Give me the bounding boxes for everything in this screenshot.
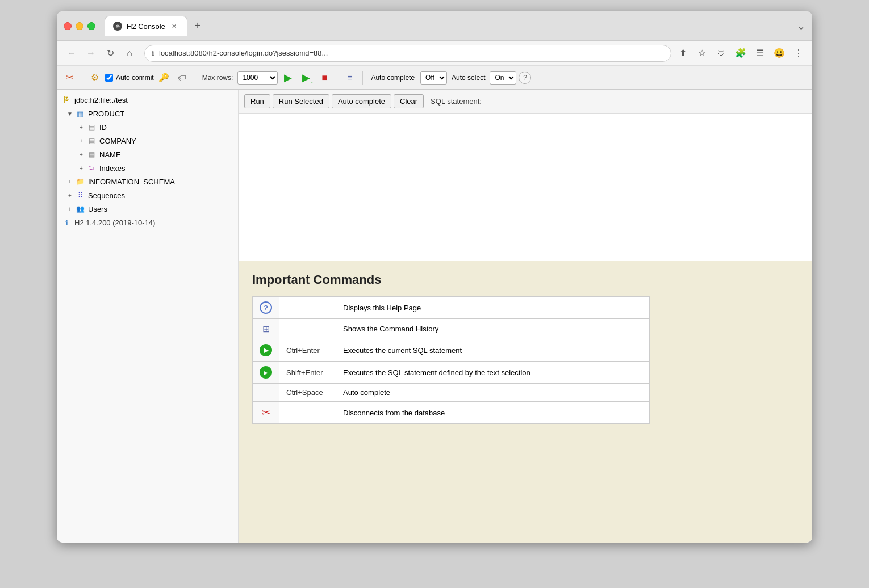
app-area: 🗄 jdbc:h2:file:./test ▼ ▦ PRODUCT + ▤ ID… xyxy=(57,90,812,543)
new-tab-button[interactable]: + xyxy=(190,18,206,34)
sidebar-button[interactable]: ☰ xyxy=(752,45,768,61)
run-button[interactable]: Run xyxy=(244,94,270,108)
auto-commit-checkbox[interactable] xyxy=(105,74,113,82)
max-rows-select[interactable]: 100 1000 10000 100000 xyxy=(237,71,278,85)
table-row: ▶ Ctrl+Enter Executes the current SQL st… xyxy=(253,339,650,362)
sidebar: 🗄 jdbc:h2:file:./test ▼ ▦ PRODUCT + ▤ ID… xyxy=(57,90,239,543)
users-label: Users xyxy=(88,205,107,213)
expand-name-icon[interactable]: + xyxy=(77,150,85,158)
expand-company-icon[interactable]: + xyxy=(77,137,85,145)
auto-select-select[interactable]: On Off xyxy=(490,71,516,85)
auto-select-toolbar-label: Auto select xyxy=(452,74,485,82)
sidebar-item-id-column[interactable]: + ▤ ID xyxy=(57,120,238,134)
sql-statement-label: SQL statement: xyxy=(431,97,482,106)
tab-close-button[interactable]: ✕ xyxy=(170,22,179,31)
indexes-label: Indexes xyxy=(99,164,126,173)
help-content: Important Commands ? Displays this Help … xyxy=(239,261,812,543)
ublock-icon[interactable]: 🛡 xyxy=(713,45,729,61)
main-content: Run Run Selected Auto complete Clear SQL… xyxy=(239,90,812,543)
share-button[interactable]: ⬆ xyxy=(675,45,691,61)
description-cell-6: Disconnects from the database xyxy=(336,402,650,424)
col-name-label: NAME xyxy=(99,150,121,159)
back-button[interactable]: ← xyxy=(62,44,81,62)
sidebar-item-indexes[interactable]: + 🗂 Indexes xyxy=(57,161,238,175)
sidebar-item-users[interactable]: + 👥 Users xyxy=(57,202,238,216)
db-label: jdbc:h2:file:./test xyxy=(74,96,128,104)
bookmark-button[interactable]: ☆ xyxy=(694,45,710,61)
nav-icons: ⬆ ☆ 🛡 🧩 ☰ 😀 ⋮ xyxy=(675,45,807,61)
minimize-window-button[interactable] xyxy=(76,22,83,30)
maximize-window-button[interactable] xyxy=(87,22,95,30)
table-row: ✂ Disconnects from the database xyxy=(253,402,650,424)
sequences-icon: ⠿ xyxy=(75,190,85,200)
run-selected-button[interactable]: Run Selected xyxy=(273,94,329,108)
table-row: ? Displays this Help Page xyxy=(253,297,650,319)
auto-complete-toolbar-label: Auto complete xyxy=(371,74,415,82)
sql-toolbar: Run Run Selected Auto complete Clear SQL… xyxy=(239,90,812,114)
expand-sequences-icon[interactable]: + xyxy=(66,191,74,199)
version-label: H2 1.4.200 (2019-10-14) xyxy=(74,219,155,227)
tab-bar: ⊕ H2 Console ✕ + xyxy=(105,16,792,36)
clear-button[interactable]: Clear xyxy=(394,94,424,108)
sidebar-item-company-column[interactable]: + ▤ COMPANY xyxy=(57,134,238,148)
expand-product-icon[interactable]: ▼ xyxy=(66,110,74,117)
index-icon: 🗂 xyxy=(86,163,97,173)
tab-title: H2 Console xyxy=(127,22,165,31)
nav-bar: ← → ↻ ⌂ ℹ localhost:8080/h2-console/logi… xyxy=(57,41,812,66)
stop-toolbar-button[interactable]: ■ xyxy=(316,70,332,86)
menu-button[interactable]: ⋮ xyxy=(791,45,807,61)
key1-button[interactable]: 🔑 xyxy=(156,70,172,86)
table-row: ▶↓ Shift+Enter Executes the SQL statemen… xyxy=(253,362,650,384)
expand-id-icon[interactable]: + xyxy=(77,123,85,131)
help-icon-cell-4: ▶↓ xyxy=(253,362,279,384)
description-cell-2: Shows the Command History xyxy=(336,319,650,339)
forward-button[interactable]: → xyxy=(82,44,100,62)
col-icon-id: ▤ xyxy=(86,122,97,132)
sidebar-item-information-schema[interactable]: + 📁 INFORMATION_SCHEMA xyxy=(57,175,238,188)
shortcut-cell-5: Ctrl+Space xyxy=(279,384,336,402)
disconnect-icon: ✂ xyxy=(262,407,270,418)
run-selected-toolbar-button[interactable]: ▶↓ xyxy=(298,70,314,86)
description-cell-3: Executes the current SQL statement xyxy=(336,339,650,362)
divider-4 xyxy=(362,71,363,85)
auto-complete-select[interactable]: Off On xyxy=(420,71,447,85)
close-window-button[interactable] xyxy=(64,22,72,30)
shortcut-cell-3: Ctrl+Enter xyxy=(279,339,336,362)
help-icon-cell-5 xyxy=(253,384,279,402)
active-tab[interactable]: ⊕ H2 Console ✕ xyxy=(105,16,187,36)
auto-complete-button[interactable]: Auto complete xyxy=(332,94,391,108)
sidebar-item-sequences[interactable]: + ⠿ Sequences xyxy=(57,188,238,202)
shortcut-cell-2 xyxy=(279,319,336,339)
sidebar-item-db[interactable]: 🗄 jdbc:h2:file:./test xyxy=(57,93,238,107)
preferences-toolbar-button[interactable]: ⚙ xyxy=(87,70,103,86)
help-page-icon: ? xyxy=(260,301,272,314)
address-bar[interactable]: ℹ localhost:8080/h2-console/login.do?jse… xyxy=(144,45,671,62)
extensions-button[interactable]: 🧩 xyxy=(733,45,749,61)
url-text: localhost:8080/h2-console/login.do?jsess… xyxy=(159,49,664,57)
sidebar-item-product-table[interactable]: ▼ ▦ PRODUCT xyxy=(57,107,238,120)
reload-button[interactable]: ↻ xyxy=(101,44,119,62)
run-toolbar-button[interactable]: ▶ xyxy=(280,70,296,86)
table-row: Ctrl+Space Auto complete xyxy=(253,384,650,402)
history-icon: ⊞ xyxy=(262,324,270,334)
run-icon: ▶ xyxy=(260,344,272,356)
shortcut-cell-4: Shift+Enter xyxy=(279,362,336,384)
sidebar-item-version: ℹ H2 1.4.200 (2019-10-14) xyxy=(57,216,238,229)
db-icon: 🗄 xyxy=(61,95,72,105)
expand-schema-icon[interactable]: + xyxy=(66,178,74,186)
expand-indexes-icon[interactable]: + xyxy=(77,164,85,172)
disconnect-toolbar-button[interactable]: ✂ xyxy=(61,70,77,86)
home-button[interactable]: ⌂ xyxy=(120,44,139,62)
auto-commit-label[interactable]: Auto commit xyxy=(105,74,154,82)
description-cell-1: Displays this Help Page xyxy=(336,297,650,319)
tab-menu-button[interactable]: ⌄ xyxy=(797,20,805,32)
key2-button[interactable]: 🏷 xyxy=(174,70,190,86)
sql-editor[interactable] xyxy=(239,114,812,261)
help-icon-cell-6: ✂ xyxy=(253,402,279,424)
history-toolbar-button[interactable]: ≡ xyxy=(342,70,358,86)
profile-button[interactable]: 😀 xyxy=(771,45,787,61)
sidebar-item-name-column[interactable]: + ▤ NAME xyxy=(57,148,238,161)
expand-users-icon[interactable]: + xyxy=(66,205,74,213)
help-toolbar-button[interactable]: ? xyxy=(519,72,531,84)
divider-3 xyxy=(337,71,337,85)
